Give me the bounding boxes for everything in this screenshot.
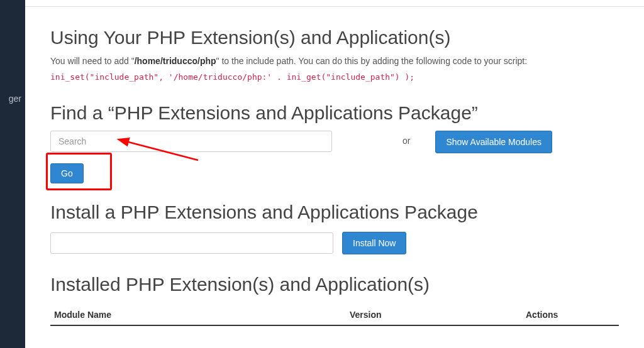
- find-title: Find a “PHP Extensions and Applications …: [50, 101, 619, 126]
- col-version: Version: [350, 310, 526, 320]
- using-intro-post: " to the include path. You can do this b…: [216, 56, 528, 66]
- sidebar-partial-label: ger: [9, 94, 21, 104]
- install-title: Install a PHP Extensions and Application…: [50, 200, 619, 226]
- col-module-name: Module Name: [54, 310, 350, 320]
- or-label: or: [402, 131, 410, 146]
- using-title: Using Your PHP Extension(s) and Applicat…: [50, 25, 619, 51]
- sidebar: ger: [0, 0, 25, 348]
- find-row: Go or Show Available Modules: [50, 131, 619, 183]
- header-divider: [25, 6, 644, 7]
- col-actions: Actions: [526, 310, 615, 320]
- installed-title: Installed PHP Extension(s) and Applicati…: [50, 272, 619, 298]
- go-button[interactable]: Go: [50, 163, 84, 183]
- installed-table-header: Module Name Version Actions: [50, 303, 619, 326]
- using-intro-path: /home/triducco/php: [135, 56, 216, 66]
- install-row: Install Now: [50, 232, 619, 254]
- install-now-button[interactable]: Install Now: [342, 232, 406, 254]
- show-available-modules-button[interactable]: Show Available Modules: [435, 131, 552, 153]
- install-input[interactable]: [50, 232, 333, 254]
- main-content: Using Your PHP Extension(s) and Applicat…: [50, 25, 619, 326]
- using-intro-pre: You will need to add ": [50, 56, 135, 66]
- using-intro: You will need to add "/home/triducco/php…: [50, 56, 619, 66]
- search-input[interactable]: [50, 131, 332, 152]
- using-code: ini_set("include_path", '/home/triducco/…: [50, 72, 619, 82]
